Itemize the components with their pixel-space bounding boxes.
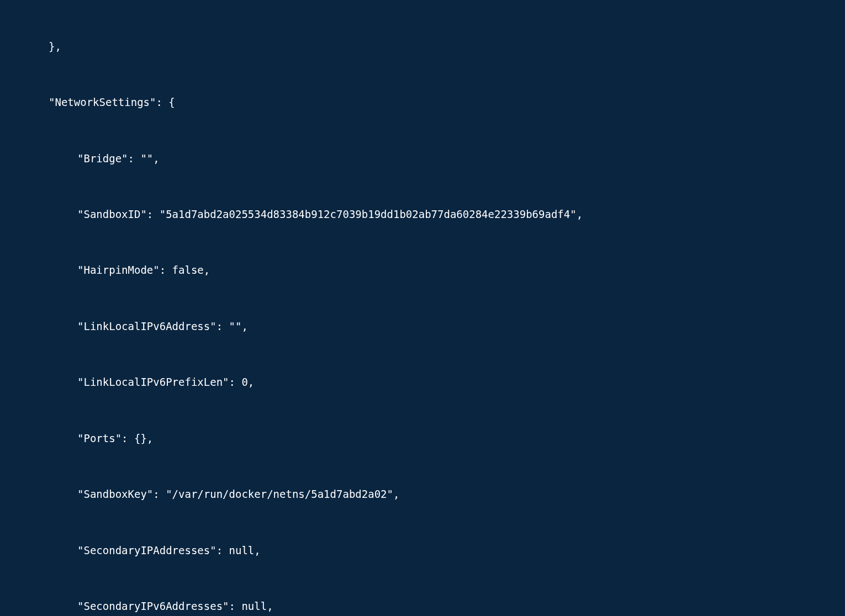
json-line-hairpinmode: "HairpinMode": false, [77, 261, 210, 280]
json-line-network-settings: "NetworkSettings": { [49, 93, 175, 112]
json-line-secondaryipv6addresses: "SecondaryIPv6Addresses": null, [77, 597, 273, 616]
json-line: }, [49, 38, 61, 56]
terminal-output: }, "NetworkSettings": { "Bridge": "", "S… [0, 0, 845, 616]
json-line-sandboxkey: "SandboxKey": "/var/run/docker/netns/5a1… [77, 485, 399, 504]
json-line-bridge: "Bridge": "", [77, 150, 160, 168]
json-line-linklocalipv6prefixlen: "LinkLocalIPv6PrefixLen": 0, [77, 373, 254, 392]
json-line-linklocalipv6address: "LinkLocalIPv6Address": "", [77, 317, 248, 336]
json-line-ports: "Ports": {}, [77, 429, 153, 448]
json-line-sandboxid: "SandboxID": "5a1d7abd2a025534d83384b912… [77, 205, 583, 224]
json-line-secondaryipaddresses: "SecondaryIPAddresses": null, [77, 541, 261, 560]
